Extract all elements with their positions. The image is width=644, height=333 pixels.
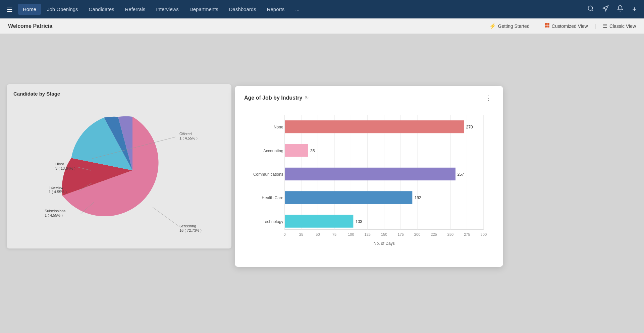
- tick-200: 200: [414, 232, 420, 236]
- nav-reports[interactable]: Reports: [262, 4, 289, 15]
- candidate-by-stage-card: Candidate by Stage: [7, 84, 231, 248]
- hamburger-menu[interactable]: ☰: [4, 3, 15, 16]
- more-options-button[interactable]: ⋮: [483, 94, 494, 102]
- label-communications: Communications: [253, 172, 283, 177]
- screening-label: Screening: [179, 224, 196, 228]
- value-technology: 103: [356, 219, 362, 224]
- tick-175: 175: [397, 232, 404, 236]
- grid-icon: [544, 22, 550, 30]
- value-communications: 257: [457, 172, 464, 177]
- age-of-job-card: Age of Job by Industry ↻ ⋮ Industry: [235, 86, 503, 267]
- getting-started-label: Getting Started: [498, 23, 530, 29]
- notification-bell-icon[interactable]: [614, 2, 626, 16]
- customized-view-button[interactable]: Customized View: [544, 22, 588, 30]
- label-healthcare: Health Care: [262, 196, 283, 200]
- tick-0: 0: [284, 232, 286, 236]
- nav-interviews[interactable]: Interviews: [151, 4, 183, 15]
- nav-referrals[interactable]: Referrals: [120, 4, 150, 15]
- tick-50: 50: [316, 232, 320, 236]
- bar-none: [285, 120, 464, 133]
- search-icon[interactable]: [585, 2, 597, 16]
- separator-1: |: [536, 23, 538, 29]
- tick-225: 225: [431, 232, 437, 236]
- svg-rect-2: [545, 23, 547, 25]
- add-button[interactable]: +: [629, 3, 640, 16]
- candidate-chart-title: Candidate by Stage: [13, 91, 225, 97]
- age-chart-title: Age of Job by Industry: [244, 95, 302, 101]
- nav-departments[interactable]: Departments: [185, 4, 223, 15]
- svg-line-1: [592, 10, 593, 11]
- customized-view-label: Customized View: [552, 23, 588, 29]
- nav-icon-group: +: [585, 2, 640, 16]
- tick-150: 150: [381, 232, 387, 236]
- tick-300: 300: [481, 232, 487, 236]
- tick-25: 25: [299, 232, 303, 236]
- nav-job-openings[interactable]: Job Openings: [42, 4, 83, 15]
- x-axis-title: No. of Days: [374, 241, 395, 246]
- interview-label: Interview: [49, 185, 63, 189]
- bar-technology: [285, 215, 354, 228]
- svg-point-0: [588, 6, 593, 10]
- lightning-icon: ⚡: [489, 23, 496, 29]
- label-technology: Technology: [263, 219, 283, 224]
- hired-value: 3 ( 13.64% ): [55, 166, 75, 170]
- svg-line-10: [153, 207, 179, 227]
- nav-home[interactable]: Home: [18, 4, 41, 15]
- classic-view-button[interactable]: ☰ Classic View: [603, 23, 636, 29]
- subheader: Welcome Patricia ⚡ Getting Started | Cus…: [0, 18, 644, 34]
- value-healthcare: 192: [415, 196, 421, 200]
- refresh-icon[interactable]: ↻: [305, 95, 309, 101]
- offered-label: Offered: [179, 132, 192, 136]
- submissions-label: Submissions: [45, 209, 66, 213]
- nav-candidates[interactable]: Candidates: [84, 4, 119, 15]
- svg-rect-4: [545, 25, 547, 27]
- svg-rect-5: [547, 25, 549, 27]
- pie-chart-svg: Offered 1 ( 4.55% ) Hired 3 ( 13.64% ) I…: [35, 103, 203, 237]
- tick-100: 100: [348, 232, 354, 236]
- bar-communications: [285, 168, 455, 180]
- main-content: Candidate by Stage: [0, 34, 644, 333]
- value-accounting: 35: [310, 149, 315, 153]
- classic-view-label: Classic View: [609, 23, 636, 29]
- tick-250: 250: [447, 232, 453, 236]
- label-accounting: Accounting: [263, 149, 283, 153]
- bar-chart-wrapper: Industry: [244, 109, 494, 253]
- offered-value: 1 ( 4.55% ): [179, 136, 198, 140]
- label-none: None: [274, 125, 283, 129]
- svg-rect-3: [547, 23, 549, 25]
- hired-label: Hired: [55, 162, 64, 166]
- value-none: 270: [466, 125, 473, 129]
- separator-2: |: [595, 23, 596, 29]
- nav-more[interactable]: ...: [290, 4, 304, 15]
- list-icon: ☰: [603, 23, 607, 29]
- bar-healthcare: [285, 191, 413, 204]
- getting-started-button[interactable]: ⚡ Getting Started: [489, 23, 530, 29]
- interview-value: 1 ( 4.55% ): [49, 190, 67, 194]
- megaphone-icon[interactable]: [599, 2, 611, 16]
- bar-chart-svg: Industry: [244, 109, 494, 253]
- tick-125: 125: [365, 232, 371, 236]
- age-chart-header: Age of Job by Industry ↻ ⋮: [244, 94, 494, 102]
- nav-dashboards[interactable]: Dashboards: [224, 4, 261, 15]
- submissions-value: 1 ( 4.55% ): [45, 213, 63, 217]
- welcome-message: Welcome Patricia: [8, 23, 52, 29]
- subheader-actions: ⚡ Getting Started | Customized View | ☰ …: [489, 22, 636, 30]
- tick-275: 275: [464, 232, 470, 236]
- screening-value: 16 ( 72.73% ): [179, 228, 202, 232]
- bar-accounting: [285, 144, 308, 157]
- pie-chart-container: Offered 1 ( 4.55% ) Hired 3 ( 13.64% ) I…: [13, 100, 225, 241]
- tick-75: 75: [332, 232, 336, 236]
- top-navigation: ☰ Home Job Openings Candidates Referrals…: [0, 0, 644, 18]
